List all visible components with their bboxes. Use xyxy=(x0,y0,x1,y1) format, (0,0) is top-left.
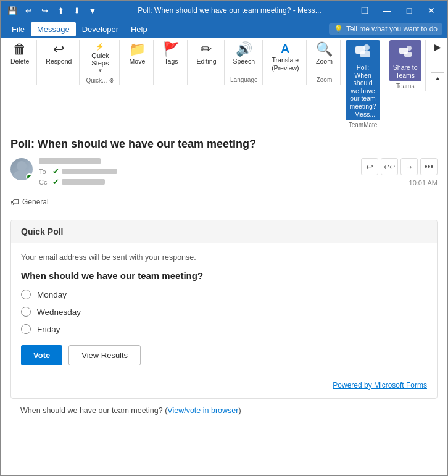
svg-rect-2 xyxy=(360,51,370,57)
quick-steps-group-label: Quick... ⚙ xyxy=(86,77,114,84)
down-icon[interactable]: ⬇ xyxy=(70,4,83,17)
move-button[interactable]: 📁 Move xyxy=(125,40,149,68)
title-bar-controls: 💾 ↩ ↪ ⬆ ⬇ ▼ xyxy=(6,4,99,17)
menu-message[interactable]: Message xyxy=(31,22,76,36)
teammate-group-label: TeamMate xyxy=(349,122,378,128)
menu-file[interactable]: File xyxy=(6,22,31,36)
move-label: Move xyxy=(130,57,146,65)
window-controls: ❐ — □ ✕ xyxy=(354,1,442,20)
view-results-button[interactable]: View Results xyxy=(68,345,141,365)
poll-option-wednesday[interactable]: Wednesday xyxy=(21,307,427,317)
tag-label: General xyxy=(22,198,49,206)
forward-button[interactable]: → xyxy=(400,158,418,175)
ribbon-groups: 🗑 Delete ↩ Respond ⚡ xyxy=(3,40,445,130)
email-tag-row: 🏷 General xyxy=(1,193,447,212)
ribbon-group-editing: ✏ Editing xyxy=(189,40,224,85)
email-actions: ↩ ↩↩ → ••• xyxy=(361,158,438,175)
share-teams-button[interactable]: Share toTeams xyxy=(389,40,421,81)
online-indicator xyxy=(26,173,33,180)
poll-option-monday[interactable]: Monday xyxy=(21,290,427,299)
view-in-browser-link[interactable]: View/vote in browser xyxy=(167,406,238,415)
to-label: To xyxy=(39,168,50,175)
up-icon[interactable]: ⬆ xyxy=(54,4,67,17)
svg-rect-5 xyxy=(404,52,412,57)
delete-button[interactable]: 🗑 Delete xyxy=(7,40,33,68)
speech-label: Speech xyxy=(233,57,255,65)
cc-check-icon: ✔ xyxy=(52,177,59,186)
quick-steps-arrow: ▼ xyxy=(97,68,102,73)
tag-icon: 🏷 xyxy=(10,197,19,207)
ribbon: 🗑 Delete ↩ Respond ⚡ xyxy=(1,38,447,130)
poll-radio-monday[interactable] xyxy=(21,290,31,299)
reply-all-button[interactable]: ↩↩ xyxy=(381,158,398,175)
sender-name-placeholder xyxy=(39,158,101,164)
share-teams-label: Share toTeams xyxy=(393,64,418,79)
more-ribbon-icon: ▶ xyxy=(434,43,441,51)
ribbon-group-speech: 🔊 Speech Language xyxy=(226,40,263,85)
window-title: Poll: When should we have our team meeti… xyxy=(106,6,354,15)
zoom-icon: 🔍 xyxy=(316,43,333,56)
menu-help[interactable]: Help xyxy=(125,22,154,36)
collapse-ribbon-button[interactable]: ▲ xyxy=(431,73,444,83)
ribbon-group-more: ▶ ▲ xyxy=(427,40,448,85)
teammate-button[interactable]: Poll: When should we have our team meeti… xyxy=(346,40,380,120)
email-footer-text: When should we have our team meeting? (V… xyxy=(10,399,438,422)
poll-buttons: Vote View Results xyxy=(21,345,427,365)
email-header: To ✔ Cc ✔ ↩ ↩↩ → ••• 10:01 AM xyxy=(1,156,447,193)
close-button[interactable]: ✕ xyxy=(420,1,442,20)
ribbon-group-tags: 🚩 Tags xyxy=(155,40,188,85)
collapse-icon: ▲ xyxy=(434,75,441,81)
ribbon-group-translate: A Translate(Preview) xyxy=(264,40,307,85)
to-check-icon: ✔ xyxy=(52,167,59,176)
ribbon-group-teammate: Poll: When should we have our team meeti… xyxy=(342,40,384,130)
minimize-button[interactable]: — xyxy=(376,1,398,20)
undo-icon[interactable]: ↩ xyxy=(22,4,35,17)
sender-avatar xyxy=(10,158,33,180)
maximize-button[interactable]: □ xyxy=(398,1,420,20)
more-ribbon-button[interactable]: ▶ xyxy=(431,40,445,54)
cc-row: Cc ✔ xyxy=(39,177,438,186)
poll-option-monday-label: Monday xyxy=(37,290,67,299)
svg-point-1 xyxy=(363,44,370,51)
more-actions-button[interactable]: ••• xyxy=(420,158,438,175)
tell-me-bar[interactable]: 💡 Tell me what you want to do xyxy=(329,23,442,35)
translate-label: Translate(Preview) xyxy=(272,56,299,72)
powered-by-link[interactable]: Powered by Microsoft Forms xyxy=(333,381,427,390)
poll-radio-friday[interactable] xyxy=(21,324,31,334)
cc-address-placeholder xyxy=(62,179,105,185)
tags-icon: 🚩 xyxy=(163,43,180,56)
app-window: 💾 ↩ ↪ ⬆ ⬇ ▼ Poll: When should we have ou… xyxy=(0,0,448,476)
zoom-button[interactable]: 🔍 Zoom xyxy=(312,40,336,68)
menu-bar: File Message Developer Help 💡 Tell me wh… xyxy=(1,20,447,38)
redo-icon[interactable]: ↪ xyxy=(38,4,51,17)
svg-point-6 xyxy=(17,161,27,171)
zoom-group-label: Zoom xyxy=(317,77,333,83)
respond-button[interactable]: ↩ Respond xyxy=(42,40,75,68)
reply-button[interactable]: ↩ xyxy=(361,158,378,175)
teammate-icon xyxy=(354,43,371,62)
tags-button[interactable]: 🚩 Tags xyxy=(159,40,183,68)
speech-button[interactable]: 🔊 Speech xyxy=(230,40,259,68)
teammate-label: Poll: When should we have our team meeti… xyxy=(349,64,376,118)
poll-option-friday[interactable]: Friday xyxy=(21,324,427,334)
ribbon-group-delete: 🗑 Delete xyxy=(3,40,37,85)
vote-button[interactable]: Vote xyxy=(21,345,62,365)
editing-label: Editing xyxy=(196,57,216,65)
ribbon-group-zoom: 🔍 Zoom Zoom xyxy=(308,40,341,85)
more-icon[interactable]: ▼ xyxy=(86,4,99,17)
menu-developer[interactable]: Developer xyxy=(76,22,125,36)
quick-steps-settings-icon[interactable]: ⚙ xyxy=(109,77,114,84)
quick-steps-button[interactable]: ⚡ Quick Steps ▼ xyxy=(85,40,115,76)
translate-button[interactable]: A Translate(Preview) xyxy=(268,40,302,74)
restore-button[interactable]: ❐ xyxy=(354,1,376,20)
delete-icon: 🗑 xyxy=(13,43,27,56)
footer-text-before: When should we have our team meeting? ( xyxy=(20,406,167,415)
editing-button[interactable]: ✏ Editing xyxy=(193,40,220,68)
language-group-label: Language xyxy=(230,77,258,83)
save-icon[interactable]: 💾 xyxy=(6,4,19,17)
ribbon-group-teams: Share toTeams Teams xyxy=(386,40,426,91)
email-subject: Poll: When should we have our team meeti… xyxy=(1,130,447,156)
title-bar: 💾 ↩ ↪ ⬆ ⬇ ▼ Poll: When should we have ou… xyxy=(1,1,447,20)
move-icon: 📁 xyxy=(129,43,146,56)
poll-radio-wednesday[interactable] xyxy=(21,307,31,317)
